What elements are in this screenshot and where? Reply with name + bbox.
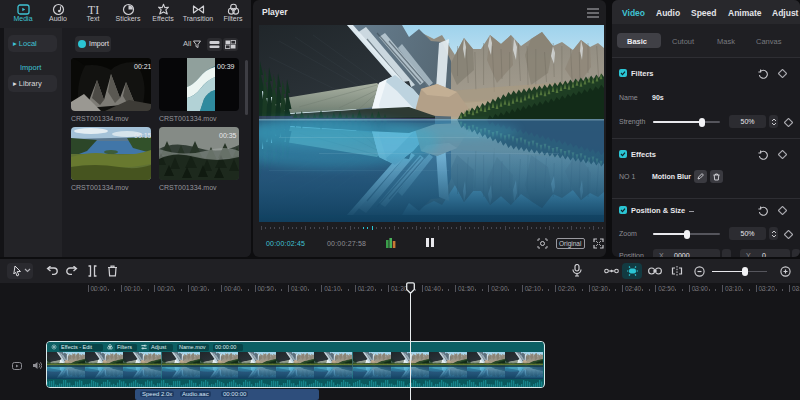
svg-text:00:35: 00:35 [219,132,237,139]
svg-text:00:39: 00:39 [217,63,235,70]
svg-text:00:15: 00:15 [134,132,151,139]
svg-text:00:21: 00:21 [134,63,151,70]
